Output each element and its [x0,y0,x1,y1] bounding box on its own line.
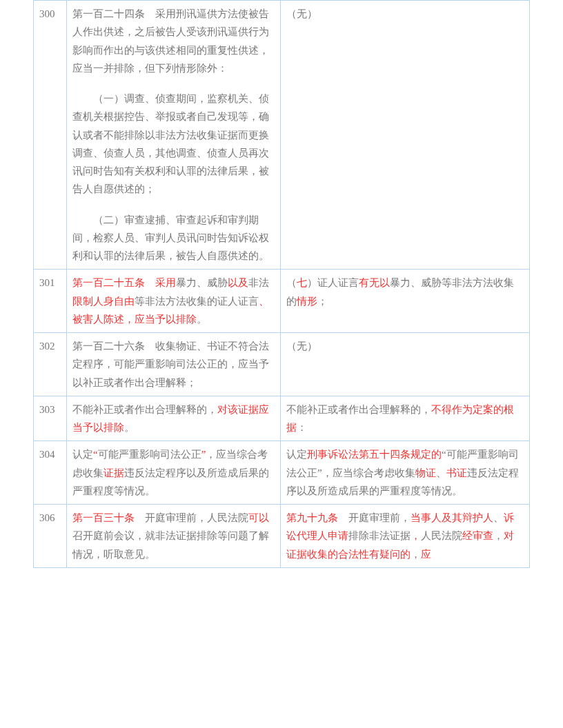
paragraph: 认定刑事诉讼法第五十四条规定的“可能严重影响司法公正”，应当综合考虑收集物证、书… [286,445,524,500]
paragraph: （无） [286,337,524,355]
paragraph: （二）审查逮捕、审查起诉和审判期间，检察人员、审判人员讯问时告知诉讼权利和认罪的… [72,211,275,265]
right-column-cell: （七）证人证言有无以暴力、威胁等非法方法收集的情形； [281,270,530,333]
text: （二）审查逮捕、审查起诉和审判期间，检察人员、审判人员讯问时告知诉讼权利和认罪的… [72,214,269,262]
right-column-cell: （无） [281,1,530,270]
left-column-cell: 第一百三十条 开庭审理前，人民法院可以召开庭前会议，就非法证据排除等问题了解情况… [67,505,281,568]
text: ； [317,296,328,307]
text: 人民法院 [421,530,462,541]
highlight-text: 第一百二十五条 采用 [72,277,176,288]
row-number: 301 [34,270,67,333]
text: 暴力、威胁 [176,277,228,288]
table-row: 300第一百二十四条 采用刑讯逼供方法使被告人作出供述，之后被告人受该刑讯逼供行… [34,1,530,270]
right-column-cell: 第九十九条 开庭审理前，当事人及其辩护人、诉讼代理人申请排除非法证据，人民法院经… [281,505,530,568]
table-row: 302第一百二十六条 收集物证、书证不符合法定程序，可能严重影响司法公正的，应当… [34,333,530,396]
text: （一）调查、侦查期间，监察机关、侦查机关根据控告、举报或者自己发现等，确认或者不… [72,93,269,194]
text: 可能严重影响司法公正 [98,449,201,460]
highlight-text: 限制人身自由 [72,296,135,307]
row-number: 303 [34,396,67,441]
text: 、 [436,467,446,478]
text: ）证人证言 [307,277,359,288]
highlight-text: 七 [297,277,307,288]
comparison-table: 300第一百二十四条 采用刑讯逼供方法使被告人作出供述，之后被告人受该刑讯逼供行… [33,0,530,568]
paragraph: （无） [286,5,524,23]
text: 开庭审理前， [338,512,411,523]
left-column-cell: 认定“可能严重影响司法公正”，应当综合考虑收集证据违反法定程序以及所造成后果的严… [67,441,281,505]
highlight-text: 以及 [228,277,248,288]
text: 排除非法证据 [348,530,411,541]
paragraph: 第九十九条 开庭审理前，当事人及其辩护人、诉讼代理人申请排除非法证据，人民法院经… [286,509,524,563]
table-row: 303不能补正或者作出合理解释的，对该证据应当予以排除。不能补正或者作出合理解释… [34,396,530,441]
paragraph: （七）证人证言有无以暴力、威胁等非法方法收集的情形； [286,274,524,310]
paragraph: 第一百二十四条 采用刑讯逼供方法使被告人作出供述，之后被告人受该刑讯逼供行为影响… [72,5,275,77]
paragraph: 第一百二十六条 收集物证、书证不符合法定程序，可能严重影响司法公正的，应当予以补… [72,337,275,392]
table-row: 306第一百三十条 开庭审理前，人民法院可以召开庭前会议，就非法证据排除等问题了… [34,505,530,568]
highlight-text: 当事人及其辩护人 [411,512,493,523]
highlight-text: 物证 [415,467,436,478]
highlight-text: ， [411,530,421,541]
highlight-text: 第九十九条 [286,512,338,523]
text: 不能补正或者作出合理解释的， [286,404,431,415]
highlight-text: 应 [421,549,431,560]
text: （无） [286,341,317,352]
text: 开庭审理前，人民法院 [135,512,248,523]
text: 。 [124,422,135,433]
highlight-text: 证据 [103,467,124,478]
highlight-text: 可以 [248,512,269,523]
paragraph: 不能补正或者作出合理解释的，对该证据应当予以排除。 [72,401,275,437]
paragraph: （一）调查、侦查期间，监察机关、侦查机关根据控告、举报或者自己发现等，确认或者不… [72,90,275,199]
highlight-text: 经审查 [462,530,493,541]
right-column-cell: （无） [281,333,530,396]
table-row: 304认定“可能严重影响司法公正”，应当综合考虑收集证据违反法定程序以及所造成后… [34,441,530,505]
text: ， [411,549,421,560]
text: （无） [286,8,317,19]
row-number: 306 [34,505,67,568]
highlight-text: 书证 [446,467,467,478]
paragraph: 认定“可能严重影响司法公正”，应当综合考虑收集证据违反法定程序以及所造成后果的严… [72,445,275,500]
left-column-cell: 第一百二十五条 采用暴力、威胁以及非法限制人身自由等非法方法收集的证人证言、被害… [67,270,281,333]
text: 非法 [248,277,269,288]
left-column-cell: 第一百二十六条 收集物证、书证不符合法定程序，可能严重影响司法公正的，应当予以补… [67,333,281,396]
text: 认定 [72,449,93,460]
text: 、 [493,512,504,523]
highlight-text: 情形 [297,296,317,307]
paragraph: 第一百二十五条 采用暴力、威胁以及非法限制人身自由等非法方法收集的证人证言、被害… [72,274,275,328]
row-number: 302 [34,333,67,396]
row-number: 304 [34,441,67,505]
table-row: 301第一百二十五条 采用暴力、威胁以及非法限制人身自由等非法方法收集的证人证言… [34,270,530,333]
right-column-cell: 认定刑事诉讼法第五十四条规定的“可能严重影响司法公正”，应当综合考虑收集物证、书… [281,441,530,505]
highlight-text: 第一百三十条 [72,512,135,523]
right-column-cell: 不能补正或者作出合理解释的，不得作为定案的根据： [281,396,530,441]
text: ， [493,530,504,541]
paragraph: 第一百三十条 开庭审理前，人民法院可以召开庭前会议，就非法证据排除等问题了解情况… [72,509,275,563]
highlight-text: 刑事诉讼法第五十四条规定的 [307,449,442,460]
highlight-text: “ [93,449,98,460]
text: 召开庭前会议，就非法证据排除等问题了解情况，听取意见。 [72,530,269,559]
left-column-cell: 不能补正或者作出合理解释的，对该证据应当予以排除。 [67,396,281,441]
text: ： [297,422,307,433]
text: 等非法方法收集的证人证言 [135,296,259,307]
text: 。 [197,314,207,325]
paragraph: 不能补正或者作出合理解释的，不得作为定案的根据： [286,401,524,437]
text: 第一百二十四条 采用刑讯逼供方法使被告人作出供述，之后被告人受该刑讯逼供行为影响… [72,8,269,74]
text: （ [286,277,297,288]
text: 认定 [286,449,307,460]
row-number: 300 [34,1,67,270]
highlight-text: 有无以 [359,277,390,288]
left-column-cell: 第一百二十四条 采用刑讯逼供方法使被告人作出供述，之后被告人受该刑讯逼供行为影响… [67,1,281,270]
text: 第一百二十六条 收集物证、书证不符合法定程序，可能严重影响司法公正的，应当予以补… [72,341,269,388]
text: 不能补正或者作出合理解释的， [72,404,217,415]
